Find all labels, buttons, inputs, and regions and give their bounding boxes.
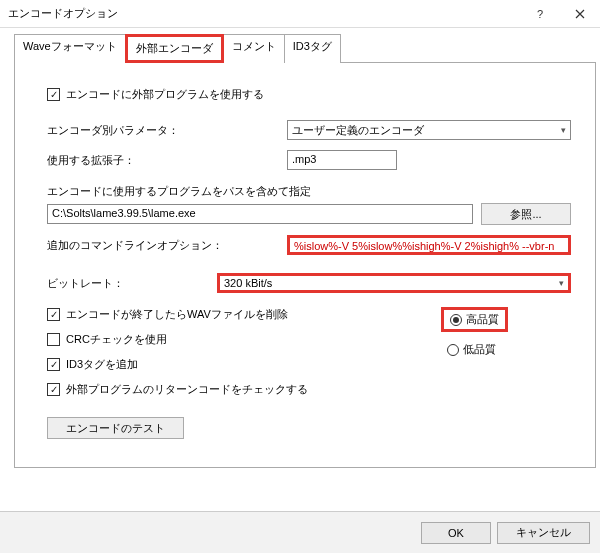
chevron-down-icon: ▾	[561, 125, 566, 135]
cancel-button[interactable]: キャンセル	[497, 522, 590, 544]
cmdline-input[interactable]: %islow%-V 5%islow%%ishigh%-V 2%ishigh% -…	[287, 235, 571, 255]
bitrate-label: ビットレート：	[47, 276, 217, 291]
bitrate-select[interactable]: 320 kBit/s▾	[217, 273, 571, 293]
extension-input[interactable]: .mp3	[287, 150, 397, 170]
use-external-label: エンコードに外部プログラムを使用する	[66, 87, 264, 102]
tab-panel: エンコードに外部プログラムを使用する エンコーダ別パラメータ： ユーザー定義のエ…	[14, 62, 596, 468]
tab-wave[interactable]: Waveフォーマット	[14, 34, 126, 63]
high-quality-label: 高品質	[466, 312, 499, 327]
close-icon	[575, 9, 585, 19]
high-quality-radio[interactable]	[450, 314, 462, 326]
chevron-down-icon: ▾	[559, 278, 564, 288]
window-title: エンコードオプション	[8, 6, 520, 21]
browse-button[interactable]: 参照...	[481, 203, 571, 225]
crc-label: CRCチェックを使用	[66, 332, 167, 347]
help-button[interactable]: ?	[520, 0, 560, 28]
tab-external-encoder[interactable]: 外部エンコーダ	[125, 34, 224, 63]
encoder-param-select[interactable]: ユーザー定義のエンコーダ▾	[287, 120, 571, 140]
delete-wav-checkbox[interactable]	[47, 308, 60, 321]
test-encode-button[interactable]: エンコードのテスト	[47, 417, 184, 439]
delete-wav-label: エンコードが終了したらWAVファイルを削除	[66, 307, 288, 322]
dialog-footer: OK キャンセル	[0, 511, 600, 553]
program-path-label: エンコードに使用するプログラムをパスを含めて指定	[47, 184, 311, 199]
encoder-param-label: エンコーダ別パラメータ：	[47, 123, 287, 138]
low-quality-label: 低品質	[463, 342, 496, 357]
tab-strip: Waveフォーマット 外部エンコーダ コメント ID3タグ	[14, 34, 596, 63]
low-quality-radio[interactable]	[447, 344, 459, 356]
tab-id3[interactable]: ID3タグ	[284, 34, 341, 63]
close-button[interactable]	[560, 0, 600, 28]
tab-comment[interactable]: コメント	[223, 34, 285, 63]
program-path-input[interactable]: C:\Solts\lame3.99.5\lame.exe	[47, 204, 473, 224]
extension-label: 使用する拡張子：	[47, 153, 287, 168]
titlebar: エンコードオプション ?	[0, 0, 600, 28]
ok-button[interactable]: OK	[421, 522, 491, 544]
check-return-label: 外部プログラムのリターンコードをチェックする	[66, 382, 308, 397]
check-return-checkbox[interactable]	[47, 383, 60, 396]
id3-label: ID3タグを追加	[66, 357, 138, 372]
high-quality-radio-group: 高品質	[441, 307, 508, 332]
cmdline-label: 追加のコマンドラインオプション：	[47, 238, 287, 253]
crc-checkbox[interactable]	[47, 333, 60, 346]
id3-checkbox[interactable]	[47, 358, 60, 371]
use-external-checkbox[interactable]	[47, 88, 60, 101]
